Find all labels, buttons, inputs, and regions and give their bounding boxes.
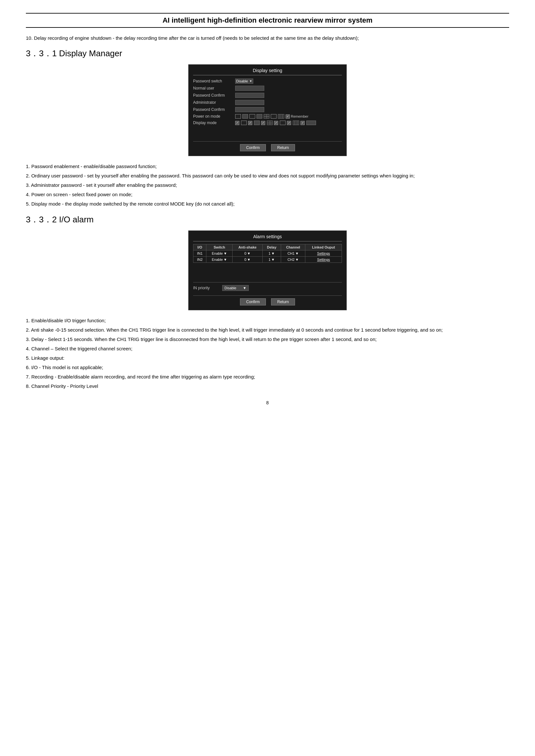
dm-icon-grid [267,121,273,125]
dm-cb1[interactable]: ✓ [235,121,239,125]
desc-332-2: 2. Anti shake -0-15 second selection. Wh… [26,325,509,334]
dm-cb5[interactable]: ✓ [287,121,291,125]
display-return-button[interactable]: Return [271,144,295,151]
alarm-settings-panel: Alarm settings I/O Switch Anti-shake Del… [188,230,347,310]
dm-icon-grid3 [293,121,299,125]
row2-delay-arrow[interactable]: ▼ [271,257,275,261]
dm-icon6 [306,121,316,125]
desc-332-7: 7. Recording - Enable/disable alarm reco… [26,372,509,381]
row1-channel-arrow[interactable]: ▼ [295,252,299,255]
dm-cb2[interactable]: ✓ [248,121,252,125]
power-mode-icon-1[interactable] [235,114,241,119]
row1-switch-arrow[interactable]: ▼ [223,252,227,255]
alarm-table-header-row: I/O Switch Anti-shake Delay Channel Link… [193,244,342,251]
dm-cb6[interactable]: ✓ [300,121,305,125]
display-mode-cb5[interactable]: ✓ [287,121,299,125]
power-mode-icon-5[interactable] [271,114,276,119]
administrator-input[interactable] [235,100,264,105]
power-mode-icon-4[interactable] [257,114,262,119]
desc-331-3: 3. Administrator password - set it yours… [26,181,509,189]
display-mode-row: Display mode ✓ ✓ ✓ ✓ [193,121,342,125]
col-delay: Delay [262,244,281,251]
dm-icon1 [241,121,247,125]
normal-user-row: Normal user [193,86,342,91]
administrator-label: Administrator [193,100,235,105]
page-number: 8 [26,400,509,405]
dm-icon4 [280,121,286,125]
display-mode-cb3[interactable]: ✓ [261,121,273,125]
display-setting-panel: Display setting Password switch Disable … [188,64,347,156]
password-confirm-normal-label: Password Confirm [193,93,235,97]
password-confirm-normal-row: Password Confirm [193,93,342,98]
section-331-descriptions: 1. Password enablement - enable/disable … [26,162,509,208]
row1-delay-arrow[interactable]: ▼ [271,252,275,255]
power-mode-icon-3[interactable] [249,114,255,119]
password-switch-dropdown[interactable]: Disable ▼ [235,79,253,84]
row1-antishake: 0 ▼ [233,251,263,256]
display-panel-buttons: Confirm Return [193,141,342,151]
row1-linked[interactable]: Settings [305,251,342,256]
col-channel: Channel [281,244,305,251]
password-confirm-admin-input[interactable] [235,107,264,112]
row1-antishake-arrow[interactable]: ▼ [247,252,251,255]
desc-331-4: 4. Power on screen - select fixed power … [26,190,509,199]
desc-332-8: 8. Channel Priority - Priority Level [26,382,509,391]
display-panel-title: Display setting [193,68,342,75]
section-332-descriptions: 1. Enable/disable I/O trigger function; … [26,316,509,391]
remember-checkbox[interactable]: ✓ [286,114,290,119]
page-title: AI intelligent high-definition electroni… [26,13,509,28]
power-mode-icon-grid[interactable] [264,114,269,119]
alarm-panel-buttons: Confirm Return [193,295,342,306]
power-mode-icon-grid3[interactable] [278,114,284,119]
row1-delay: 1 ▼ [262,251,281,256]
in-priority-value: Disable [224,286,237,290]
remember-checkbox-label[interactable]: ✓ Remember [286,114,308,119]
display-mode-cb1[interactable]: ✓ [235,121,247,125]
display-confirm-button[interactable]: Confirm [240,144,266,151]
administrator-row: Administrator [193,100,342,105]
desc-331-1: 1. Password enablement - enable/disable … [26,162,509,171]
in-priority-arrow-icon: ▼ [243,286,246,290]
dropdown-arrow-icon: ▼ [249,79,252,83]
col-switch: Switch [206,244,233,251]
display-mode-cb4[interactable]: ✓ [274,121,286,125]
row1-switch: Enable ▼ [206,251,233,256]
row2-switch-arrow[interactable]: ▼ [223,257,227,261]
row2-switch: Enable ▼ [206,256,233,263]
power-mode-icon-2[interactable] [242,114,248,119]
dm-cb3[interactable]: ✓ [261,121,265,125]
in-priority-label: IN priority [193,286,222,290]
in-priority-dropdown[interactable]: Disable ▼ [222,285,249,291]
row2-channel: CH2 ▼ [281,256,305,263]
alarm-table: I/O Switch Anti-shake Delay Channel Link… [193,244,342,263]
table-row: IN1 Enable ▼ 0 ▼ 1 ▼ [193,251,342,256]
remember-label: Remember [291,114,308,118]
desc-332-6: 6. I/O - This model is not applicable; [26,363,509,372]
col-io: I/O [193,244,206,251]
alarm-confirm-button[interactable]: Confirm [240,298,266,306]
dm-cb4[interactable]: ✓ [274,121,278,125]
row2-linked[interactable]: Settings [305,256,342,263]
desc-332-3: 3. Delay - Select 1-15 seconds. When the… [26,335,509,343]
section-332-heading: 3．3．2 I/O alarm [26,214,509,225]
row2-delay: 1 ▼ [262,256,281,263]
row2-channel-arrow[interactable]: ▼ [295,257,299,261]
row2-io: IN2 [193,256,206,263]
normal-user-input[interactable] [235,86,264,91]
password-confirm-normal-input[interactable] [235,93,264,98]
in-priority-row: IN priority Disable ▼ [193,282,342,291]
display-mode-icons: ✓ ✓ ✓ ✓ ✓ [235,121,316,125]
row2-antishake: 0 ▼ [233,256,263,263]
alarm-return-button[interactable]: Return [271,298,295,306]
password-confirm-admin-label: Password Confirm [193,107,235,112]
section-331-heading: 3．3．1 Display Manager [26,48,509,59]
row2-antishake-arrow[interactable]: ▼ [247,257,251,261]
password-switch-label: Password switch [193,79,235,83]
col-linked: Linked Ouput [305,244,342,251]
display-mode-label: Display mode [193,121,235,125]
password-switch-row: Password switch Disable ▼ [193,79,342,84]
desc-331-5: 5. Display mode - the display mode switc… [26,200,509,208]
power-on-mode-row: Power on mode ✓ Remember [193,114,342,119]
display-mode-cb6[interactable]: ✓ [300,121,316,125]
display-mode-cb2[interactable]: ✓ [248,121,260,125]
